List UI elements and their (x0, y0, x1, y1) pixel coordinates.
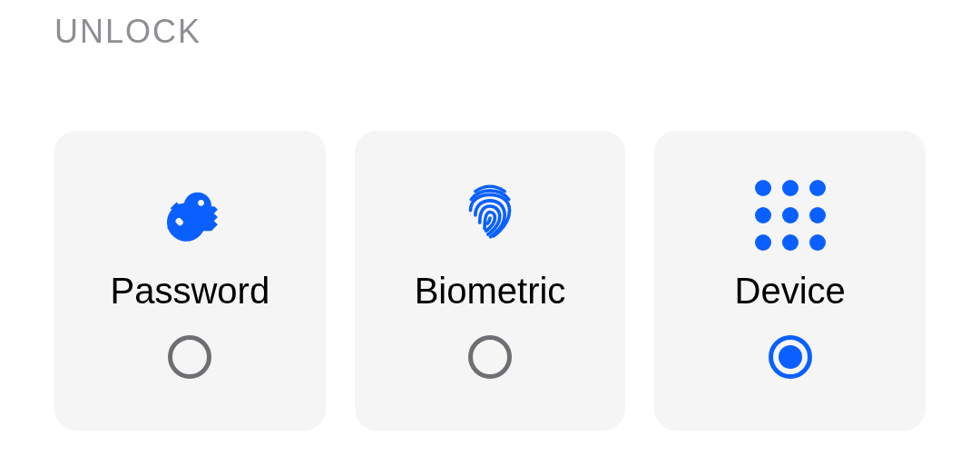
radio-device[interactable] (769, 335, 812, 379)
unlock-option-biometric[interactable]: Biometric (355, 131, 626, 431)
unlock-option-device[interactable]: Device (654, 131, 926, 431)
key-icon (158, 183, 221, 247)
unlock-option-label: Device (735, 271, 846, 312)
unlock-option-label: Biometric (415, 271, 566, 312)
svg-point-1 (199, 199, 205, 205)
unlock-option-label: Password (111, 271, 270, 312)
radio-biometric[interactable] (468, 335, 512, 379)
unlock-option-password[interactable]: Password (54, 131, 326, 431)
section-header-unlock: UNLOCK (0, 0, 980, 51)
dialpad-icon (759, 183, 822, 247)
unlock-options-row: Password Biometric (0, 51, 980, 431)
fingerprint-icon (458, 183, 522, 247)
radio-password[interactable] (168, 335, 211, 379)
